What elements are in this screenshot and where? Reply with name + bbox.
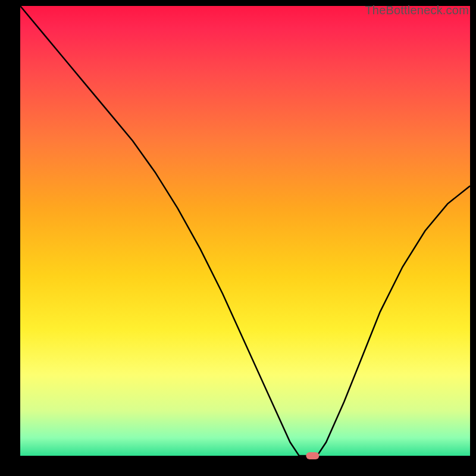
current-point-marker — [306, 452, 319, 459]
svg-rect-0 — [306, 452, 319, 459]
chart-svg — [0, 0, 476, 476]
chart-background — [20, 6, 470, 456]
watermark-text: TheBottleneck.com — [365, 4, 469, 17]
bottleneck-chart — [0, 0, 476, 476]
